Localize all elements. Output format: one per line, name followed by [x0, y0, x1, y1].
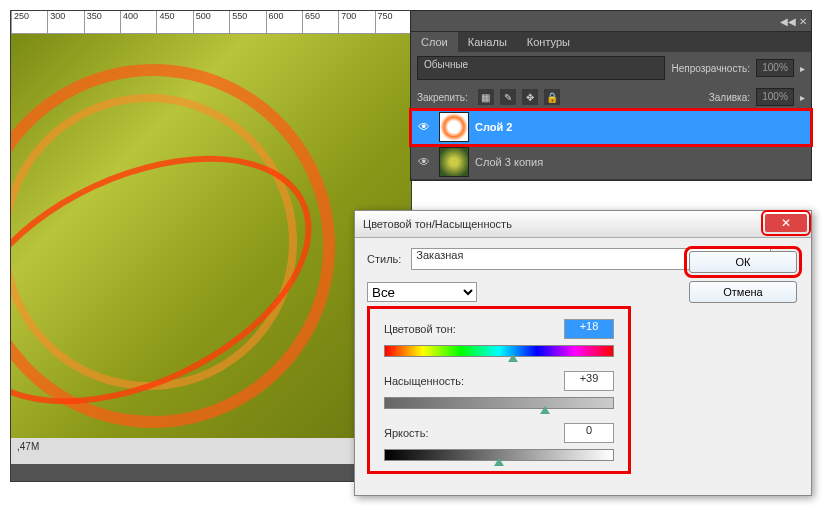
chevron-right-icon[interactable]: ▸ — [800, 92, 805, 103]
layer-name[interactable]: Слой 2 — [475, 121, 512, 133]
blend-mode-select[interactable]: Обычные — [417, 56, 665, 80]
fill-label: Заливка: — [709, 92, 750, 103]
layer-item[interactable]: 👁 Слой 3 копия — [411, 145, 811, 180]
lock-brush-icon[interactable]: ✎ — [500, 89, 516, 105]
sliders-group: Цветовой тон: +18 Насыщенность: +39 Ярко… — [367, 306, 631, 474]
hue-saturation-dialog: Цветовой тон/Насыщенность ✕ Стиль: Заказ… — [354, 210, 812, 496]
hue-slider[interactable] — [384, 345, 614, 357]
layers-list: 👁 Слой 2 👁 Слой 3 копия — [411, 110, 811, 180]
layers-panel: ◀◀ ✕ Слои Каналы Контуры Обычные Непрозр… — [410, 10, 812, 181]
image-viewport[interactable] — [11, 34, 411, 438]
layer-thumbnail[interactable] — [439, 112, 469, 142]
opacity-value[interactable]: 100% — [756, 59, 794, 77]
lightness-slider[interactable] — [384, 449, 614, 461]
visibility-icon[interactable]: 👁 — [415, 118, 433, 136]
cancel-button[interactable]: Отмена — [689, 281, 797, 303]
layer-item[interactable]: 👁 Слой 2 — [411, 110, 811, 145]
layer-thumbnail[interactable] — [439, 147, 469, 177]
lightness-label: Яркость: — [384, 427, 428, 439]
channel-select[interactable]: Все — [367, 282, 477, 302]
opacity-label: Непрозрачность: — [671, 63, 750, 74]
tab-paths[interactable]: Контуры — [517, 32, 580, 52]
visibility-icon[interactable]: 👁 — [415, 153, 433, 171]
panel-header: ◀◀ ✕ — [411, 11, 811, 32]
saturation-label: Насыщенность: — [384, 375, 464, 387]
saturation-input[interactable]: +39 — [564, 371, 614, 391]
dialog-titlebar[interactable]: Цветовой тон/Насыщенность ✕ — [355, 211, 811, 238]
status-bar: ,47M — [11, 438, 411, 464]
hue-input[interactable]: +18 — [564, 319, 614, 339]
lock-all-icon[interactable]: 🔒 — [544, 89, 560, 105]
lock-move-icon[interactable]: ✥ — [522, 89, 538, 105]
ruler-horizontal: 250300350400450500550600650700750 — [11, 11, 411, 34]
dialog-title-text: Цветовой тон/Насыщенность — [363, 218, 512, 230]
chevron-right-icon[interactable]: ▸ — [800, 63, 805, 74]
canvas-area: 250300350400450500550600650700750 ,47M — [10, 10, 412, 482]
lock-transparency-icon[interactable]: ▦ — [478, 89, 494, 105]
lock-label: Закрепить: — [417, 92, 468, 103]
ok-button[interactable]: ОК — [689, 251, 797, 273]
style-label: Стиль: — [367, 253, 401, 265]
tab-channels[interactable]: Каналы — [458, 32, 517, 52]
close-icon[interactable]: ✕ — [765, 214, 807, 232]
tab-layers[interactable]: Слои — [411, 32, 458, 52]
panel-tabs: Слои Каналы Контуры — [411, 32, 811, 52]
fill-value[interactable]: 100% — [756, 88, 794, 106]
hue-label: Цветовой тон: — [384, 323, 456, 335]
layer-name[interactable]: Слой 3 копия — [475, 156, 543, 168]
saturation-slider[interactable] — [384, 397, 614, 409]
lightness-input[interactable]: 0 — [564, 423, 614, 443]
